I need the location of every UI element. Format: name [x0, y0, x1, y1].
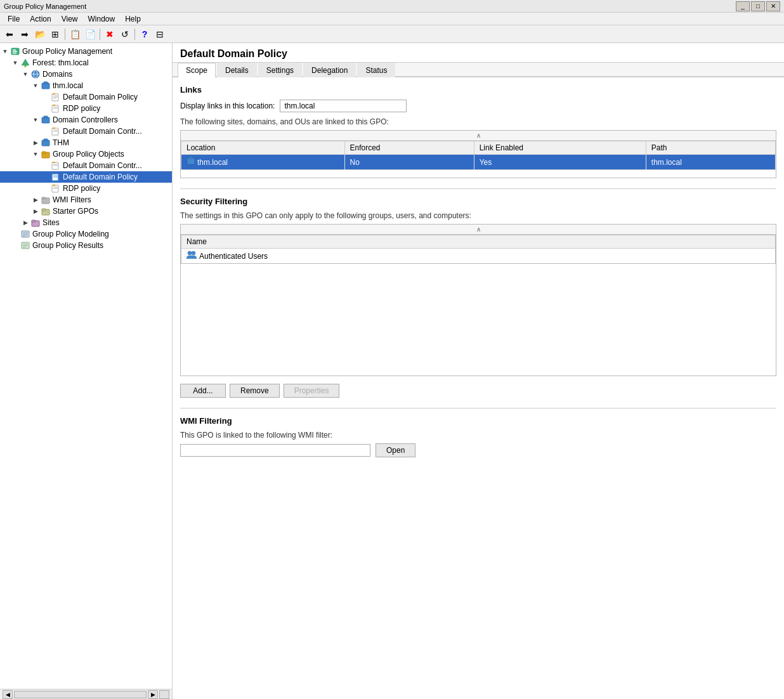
- toolbar-sep-1: [65, 29, 65, 40]
- svg-rect-47: [32, 220, 36, 222]
- toolbar-refresh[interactable]: ↺: [118, 27, 132, 41]
- menu-file[interactable]: File: [3, 13, 25, 25]
- properties-button[interactable]: Properties: [284, 384, 340, 398]
- svg-point-58: [188, 251, 192, 255]
- tab-settings[interactable]: Settings: [258, 63, 302, 77]
- links-dropdown[interactable]: thm.local: [280, 100, 407, 112]
- horizontal-scrollbar[interactable]: [14, 691, 147, 698]
- wmi-dropdown-container: [180, 444, 370, 457]
- toolbar-help[interactable]: ?: [138, 27, 152, 41]
- tree-item-root[interactable]: ▼ Group Policy Management: [0, 46, 172, 57]
- expand-dc[interactable]: ▼: [30, 115, 41, 125]
- cell-link-enabled: Yes: [474, 155, 646, 170]
- restore-button[interactable]: □: [751, 1, 765, 11]
- minimize-button[interactable]: _: [736, 1, 750, 11]
- tree-item-gpo-default-policy[interactable]: ▶ Default Domain Policy: [0, 171, 172, 183]
- svg-rect-57: [189, 157, 193, 159]
- wmi-description: This GPO is linked to the following WMI …: [180, 431, 776, 440]
- wmi-heading: WMI Filtering: [180, 416, 776, 426]
- security-table: Name Authenticated User: [181, 235, 776, 264]
- tab-scope[interactable]: Scope: [178, 63, 216, 77]
- col-link-enabled[interactable]: Link Enabled: [474, 141, 646, 155]
- security-section: Security Filtering The settings in this …: [180, 197, 776, 398]
- tab-details[interactable]: Details: [217, 63, 257, 77]
- tree-item-rdp-policy-link[interactable]: ▶ RDP policy: [0, 103, 172, 114]
- tree-item-domain-controllers[interactable]: ▼ Domain Controllers: [0, 114, 172, 126]
- wmi-open-button[interactable]: Open: [376, 443, 415, 457]
- tree-item-thm[interactable]: ▶ THM: [0, 137, 172, 148]
- expand-wmi[interactable]: ▶: [30, 195, 41, 205]
- tree-item-domains[interactable]: ▼ Domains: [0, 69, 172, 80]
- toolbar-console[interactable]: ⊞: [48, 27, 62, 41]
- tree-item-gp-modeling[interactable]: ▶ Group Policy Modeling: [0, 228, 172, 240]
- security-col-name[interactable]: Name: [181, 235, 776, 249]
- gpm-icon: [10, 46, 20, 56]
- remove-button[interactable]: Remove: [230, 384, 280, 398]
- gpo-default-contr-icon: [51, 160, 61, 171]
- tree-label-starter: Starter GPOs: [53, 207, 98, 216]
- svg-rect-5: [25, 65, 27, 67]
- gp-modeling-icon: [20, 229, 30, 239]
- gpo-rdp-icon: [51, 183, 61, 193]
- wmi-dropdown[interactable]: [180, 444, 370, 457]
- svg-rect-11: [52, 94, 58, 101]
- toolbar-forward[interactable]: ➡: [18, 27, 32, 41]
- menu-help[interactable]: Help: [120, 13, 146, 25]
- tree-item-gpo-rdp[interactable]: ▶ RDP policy: [0, 183, 172, 194]
- tree-item-gpo-objects[interactable]: ▼ Group Policy Objects: [0, 148, 172, 160]
- tree-item-wmi-filters[interactable]: ▶ WMI Filters: [0, 194, 172, 206]
- links-section: Links Display links in this location: th…: [180, 85, 776, 178]
- svg-rect-12: [53, 93, 55, 95]
- scroll-left-btn[interactable]: ◀: [3, 690, 13, 699]
- tree-item-gpo-default-contr[interactable]: ▶ Default Domain Contr...: [0, 160, 172, 171]
- table-row[interactable]: thm.local No Yes thm.local: [181, 155, 776, 170]
- forest-icon: [20, 58, 30, 68]
- expand-domains[interactable]: ▼: [20, 69, 30, 79]
- tree-item-thm-local[interactable]: ▼ thm.local: [0, 80, 172, 91]
- toolbar-open[interactable]: 📂: [33, 27, 47, 41]
- menu-window[interactable]: Window: [83, 13, 121, 25]
- col-path[interactable]: Path: [646, 141, 775, 155]
- security-table-row[interactable]: Authenticated Users: [181, 249, 776, 264]
- expand-thm-local[interactable]: ▼: [30, 81, 41, 91]
- add-button[interactable]: Add...: [180, 384, 226, 398]
- menu-view[interactable]: View: [56, 13, 83, 25]
- tab-status[interactable]: Status: [357, 63, 395, 77]
- scroll-up-arrow: ∧: [476, 132, 481, 139]
- tree-item-default-dc-contr[interactable]: ▶ Default Domain Contr...: [0, 126, 172, 137]
- tree-item-starter-gpos[interactable]: ▶ Starter GPOs: [0, 206, 172, 217]
- expand-sites[interactable]: ▶: [20, 218, 30, 228]
- expand-forest[interactable]: ▼: [10, 58, 20, 68]
- toolbar-copy[interactable]: 📋: [68, 27, 82, 41]
- tree-item-default-domain-policy-link[interactable]: ▶ Default Domain Policy: [0, 91, 172, 103]
- toolbar-grid[interactable]: ⊟: [153, 27, 167, 41]
- menu-action[interactable]: Action: [25, 13, 56, 25]
- svg-rect-1: [13, 49, 16, 51]
- tab-delegation[interactable]: Delegation: [303, 63, 356, 77]
- toolbar-paste[interactable]: 📄: [83, 27, 97, 41]
- tree-item-forest[interactable]: ▼ Forest: thm.local: [0, 57, 172, 69]
- tree-label-forest: Forest: thm.local: [32, 58, 89, 67]
- svg-rect-52: [22, 242, 29, 249]
- links-dropdown-container: thm.local: [280, 100, 407, 112]
- row-domain-icon: [186, 157, 195, 167]
- toolbar-back[interactable]: ⬅: [3, 27, 16, 41]
- col-enforced[interactable]: Enforced: [344, 141, 474, 155]
- scroll-right-btn[interactable]: ▶: [148, 690, 158, 699]
- section-divider-1: [180, 188, 776, 189]
- toolbar-delete[interactable]: ✖: [103, 27, 117, 41]
- tree-item-gp-results[interactable]: ▶ Group Policy Results: [0, 240, 172, 251]
- links-display-row: Display links in this location: thm.loca…: [180, 100, 776, 112]
- expand-thm[interactable]: ▶: [30, 138, 41, 148]
- expand-gpo-objects[interactable]: ▼: [30, 149, 41, 159]
- col-location[interactable]: Location: [181, 141, 345, 155]
- expand-ddp[interactable]: ▶: [41, 92, 51, 102]
- starter-gpos-icon: [41, 206, 51, 216]
- close-button[interactable]: ✕: [766, 1, 780, 11]
- svg-rect-22: [52, 128, 58, 135]
- expand-root[interactable]: ▼: [0, 46, 10, 56]
- tree-item-sites[interactable]: ▶ Sites: [0, 217, 172, 228]
- gpo-default-policy-icon: [51, 172, 61, 182]
- expand-starter[interactable]: ▶: [30, 206, 41, 216]
- ddc-icon: [51, 126, 61, 136]
